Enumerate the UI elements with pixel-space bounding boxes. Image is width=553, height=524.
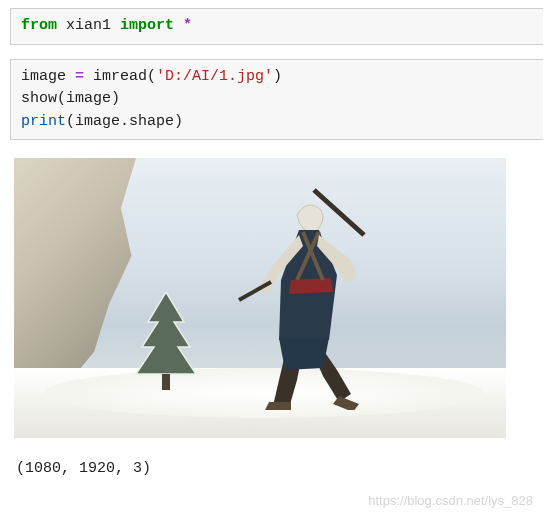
svg-marker-0	[136, 292, 196, 374]
code-line: from xian1 import *	[21, 15, 533, 38]
running-character-figure	[219, 180, 389, 410]
svg-rect-1	[162, 374, 170, 390]
equals-op: =	[75, 68, 84, 85]
code-cell-2: image = imread('D:/AI/1.jpg') show(image…	[10, 59, 543, 141]
fn-print: print	[21, 113, 66, 130]
keyword-import: import	[120, 17, 174, 34]
code-cell-1: from xian1 import *	[10, 8, 543, 45]
fn-show: show	[21, 90, 57, 107]
var-image: image	[21, 68, 75, 85]
output-shape-text: (1080, 1920, 3)	[16, 460, 543, 477]
output-image	[14, 158, 506, 438]
string-literal: 'D:/AI/1.jpg'	[156, 68, 273, 85]
watermark-text: https://blog.csdn.net/lys_828	[368, 493, 533, 508]
code-line: show(image)	[21, 88, 533, 111]
code-line: print(image.shape)	[21, 111, 533, 134]
fn-imread: imread	[84, 68, 147, 85]
module-name: xian1	[66, 17, 111, 34]
import-star: *	[183, 17, 192, 34]
pine-tree-icon	[132, 292, 200, 392]
code-line: image = imread('D:/AI/1.jpg')	[21, 66, 533, 89]
keyword-from: from	[21, 17, 57, 34]
